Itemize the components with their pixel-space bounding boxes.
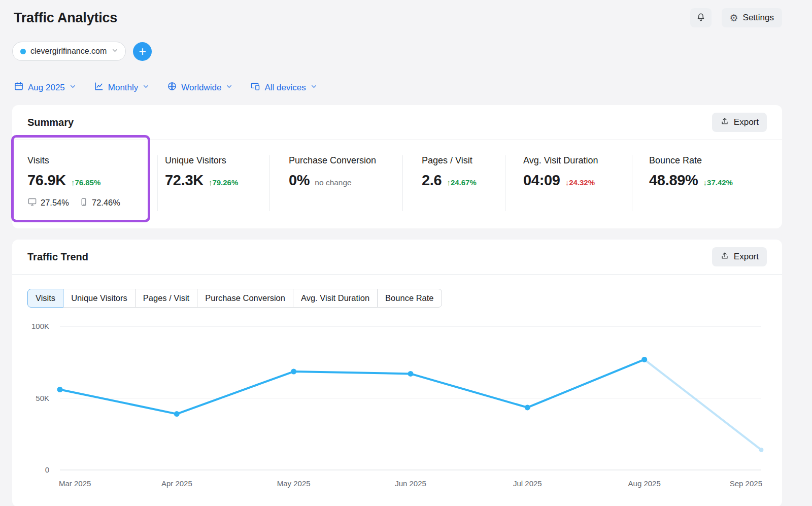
domain-dot-icon xyxy=(20,49,26,54)
metric-change: ↓37.42% xyxy=(703,178,733,187)
metric-value: 76.9K xyxy=(27,172,66,189)
devices-filter[interactable]: All devices xyxy=(250,81,317,94)
summary-card: Summary Export Visits 76.9K ↑76.85% xyxy=(12,105,782,228)
chevron-down-icon xyxy=(111,47,119,56)
region-filter-label: Worldwide xyxy=(181,83,221,93)
x-axis-label: Jul 2025 xyxy=(513,479,542,488)
metric-label: Unique Visitors xyxy=(165,155,269,166)
data-point[interactable] xyxy=(525,404,530,410)
mobile-share: 72.46% xyxy=(79,197,120,209)
monitor-icon xyxy=(27,197,37,209)
tab-purchase-conversion[interactable]: Purchase Conversion xyxy=(197,289,293,308)
x-axis-label: Mar 2025 xyxy=(59,479,91,488)
traffic-analytics-page: Traffic Analytics ⚙ Settings clevergirlf… xyxy=(12,0,782,506)
metric-bounce-rate: Bounce Rate 48.89% ↓37.42% xyxy=(632,155,782,211)
chevron-down-icon xyxy=(142,83,150,93)
line-chart-icon xyxy=(94,81,104,94)
trend-chart-area: 050K100KMar 2025Apr 2025May 2025Jun 2025… xyxy=(27,319,767,494)
data-point[interactable] xyxy=(641,357,647,362)
globe-icon xyxy=(167,81,177,94)
metric-value: 48.89% xyxy=(649,172,698,189)
x-axis-label: Apr 2025 xyxy=(161,479,192,488)
desktop-share-value: 27.54% xyxy=(41,198,69,208)
settings-button[interactable]: ⚙ Settings xyxy=(722,8,782,27)
date-filter-label: Aug 2025 xyxy=(28,83,65,93)
metric-pages-per-visit: Pages / Visit 2.6 ↑24.67% xyxy=(402,155,505,211)
gear-icon: ⚙ xyxy=(730,13,738,23)
metric-visits: Visits 76.9K ↑76.85% 27.54% xyxy=(12,155,157,211)
page-title: Traffic Analytics xyxy=(14,10,117,26)
summary-title: Summary xyxy=(27,117,74,128)
y-axis-label: 100K xyxy=(31,322,49,330)
data-point[interactable] xyxy=(291,369,296,375)
granularity-filter-label: Monthly xyxy=(108,83,139,93)
data-point[interactable] xyxy=(759,448,764,452)
metric-change: ↑24.67% xyxy=(447,178,476,187)
settings-label: Settings xyxy=(743,13,774,23)
y-axis-label: 0 xyxy=(45,465,49,474)
add-domain-button[interactable]: + xyxy=(133,42,152,61)
filter-bar: Aug 2025 Monthly Worldwide xyxy=(12,81,782,94)
trend-card-header: Traffic Trend Export xyxy=(12,240,782,275)
devices-filter-label: All devices xyxy=(264,83,306,93)
summary-card-header: Summary Export xyxy=(12,105,782,140)
tab-bounce-rate[interactable]: Bounce Rate xyxy=(377,289,442,308)
summary-export-button[interactable]: Export xyxy=(712,113,767,132)
export-label: Export xyxy=(734,117,759,127)
trend-title: Traffic Trend xyxy=(27,251,88,263)
tab-pages-per-visit[interactable]: Pages / Visit xyxy=(135,289,197,308)
device-split: 27.54% 72.46% xyxy=(27,197,157,209)
top-bar: Traffic Analytics ⚙ Settings xyxy=(12,8,782,27)
export-label: Export xyxy=(734,252,759,262)
domain-row: clevergirlfinance.com + xyxy=(12,42,782,61)
chevron-down-icon xyxy=(69,83,77,93)
traffic-trend-card: Traffic Trend Export Visits Unique Visit… xyxy=(12,240,782,506)
x-axis-label: May 2025 xyxy=(277,479,311,488)
metric-label: Purchase Conversion xyxy=(289,155,402,166)
x-axis-label: Aug 2025 xyxy=(628,479,661,488)
phone-icon xyxy=(79,197,88,209)
desktop-share: 27.54% xyxy=(27,197,69,209)
trend-line xyxy=(60,359,645,414)
export-icon xyxy=(720,251,729,263)
tab-avg-visit-duration[interactable]: Avg. Visit Duration xyxy=(293,289,378,308)
metric-unique-visitors: Unique Visitors 72.3K ↑79.26% xyxy=(157,155,269,211)
granularity-filter[interactable]: Monthly xyxy=(94,81,150,94)
data-point[interactable] xyxy=(57,387,63,392)
metric-label: Bounce Rate xyxy=(649,155,782,166)
x-axis-label: Jun 2025 xyxy=(395,479,426,488)
metric-value: 04:09 xyxy=(523,172,560,189)
metric-label: Avg. Visit Duration xyxy=(523,155,632,166)
data-point[interactable] xyxy=(408,371,414,377)
tab-unique-visitors[interactable]: Unique Visitors xyxy=(63,289,136,308)
metric-avg-visit-duration: Avg. Visit Duration 04:09 ↓24.32% xyxy=(505,155,632,211)
metric-purchase-conversion: Purchase Conversion 0% no change xyxy=(269,155,402,211)
traffic-trend-chart: 050K100KMar 2025Apr 2025May 2025Jun 2025… xyxy=(27,319,767,494)
data-point[interactable] xyxy=(174,411,180,417)
domain-selector[interactable]: clevergirlfinance.com xyxy=(12,42,126,61)
y-axis-label: 50K xyxy=(36,394,49,402)
chevron-down-icon xyxy=(225,83,233,93)
tab-visits[interactable]: Visits xyxy=(27,289,63,308)
summary-metrics: Visits 76.9K ↑76.85% 27.54% xyxy=(12,140,782,228)
metric-change: ↑79.26% xyxy=(209,178,238,187)
domain-name: clevergirlfinance.com xyxy=(30,47,107,56)
metric-value: 2.6 xyxy=(422,172,442,189)
x-axis-label: Sep 2025 xyxy=(730,479,762,488)
mobile-share-value: 72.46% xyxy=(92,198,120,208)
export-icon xyxy=(720,117,729,128)
trend-export-button[interactable]: Export xyxy=(712,247,767,266)
notifications-button[interactable] xyxy=(690,8,712,27)
metric-change: no change xyxy=(315,178,351,187)
region-filter[interactable]: Worldwide xyxy=(167,81,233,94)
metric-value: 0% xyxy=(289,172,310,189)
metric-label: Visits xyxy=(27,155,157,166)
top-bar-actions: ⚙ Settings xyxy=(690,8,782,27)
chevron-down-icon xyxy=(310,83,318,93)
date-filter[interactable]: Aug 2025 xyxy=(14,81,77,94)
metric-change: ↑76.85% xyxy=(71,178,100,187)
metric-label: Pages / Visit xyxy=(422,155,505,166)
trend-metric-tabs: Visits Unique Visitors Pages / Visit Pur… xyxy=(27,289,442,308)
metric-change: ↓24.32% xyxy=(565,178,595,187)
devices-icon xyxy=(250,81,260,94)
